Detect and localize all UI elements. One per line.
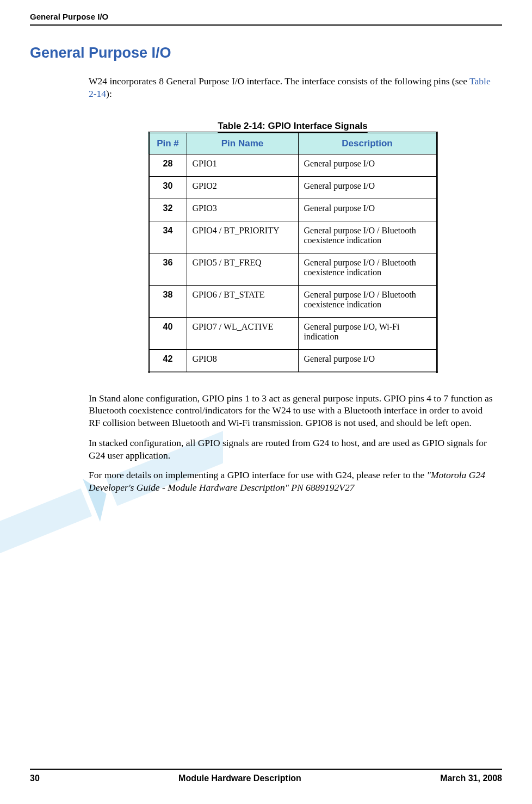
- intro-text-pre: W24 incorporates 8 General Purpose I/O i…: [89, 76, 469, 86]
- cell-desc: General purpose I/O / Bluetooth coexiste…: [298, 285, 437, 317]
- cell-name: GPIO3: [187, 199, 298, 221]
- cell-pin: 36: [149, 253, 187, 285]
- cell-pin: 42: [149, 349, 187, 372]
- body-paragraph-3: For more details on implementing a GPIO …: [89, 469, 497, 494]
- cell-desc: General purpose I/O, Wi-Fi indication: [298, 317, 437, 349]
- table-caption: Table 2-14: GPIO Interface Signals: [89, 121, 497, 132]
- cell-name: GPIO8: [187, 349, 298, 372]
- cell-name: GPIO1: [187, 154, 298, 176]
- page-footer: 30 Module Hardware Description March 31,…: [30, 769, 502, 783]
- body-paragraph-1: In Stand alone configuration, GPIO pins …: [89, 392, 497, 429]
- table-header-row: Pin # Pin Name Description: [149, 132, 437, 154]
- table-row: 34 GPIO4 / BT_PRIORITY General purpose I…: [149, 221, 437, 253]
- footer-date: March 31, 2008: [440, 774, 502, 783]
- footer-page-number: 30: [30, 774, 40, 783]
- para3-pre: For more details on implementing a GPIO …: [89, 469, 427, 480]
- cell-name: GPIO6 / BT_STATE: [187, 285, 298, 317]
- cell-pin: 28: [149, 154, 187, 176]
- col-header-desc: Description: [298, 132, 437, 154]
- footer-doc-title: Module Hardware Description: [178, 774, 301, 783]
- cell-name: GPIO5 / BT_FREQ: [187, 253, 298, 285]
- cell-name: GPIO4 / BT_PRIORITY: [187, 221, 298, 253]
- cell-name: GPIO2: [187, 176, 298, 199]
- col-header-name: Pin Name: [187, 132, 298, 154]
- cell-desc: General purpose I/O: [298, 199, 437, 221]
- table-row: 32 GPIO3 General purpose I/O: [149, 199, 437, 221]
- cell-desc: General purpose I/O / Bluetooth coexiste…: [298, 253, 437, 285]
- cell-pin: 34: [149, 221, 187, 253]
- cell-desc: General purpose I/O: [298, 154, 437, 176]
- svg-rect-0: [0, 488, 92, 561]
- gpio-table: Pin # Pin Name Description 28 GPIO1 Gene…: [148, 132, 438, 373]
- cell-desc: General purpose I/O: [298, 349, 437, 372]
- body-paragraph-2: In stacked configuration, all GPIO signa…: [89, 437, 497, 462]
- table-row: 28 GPIO1 General purpose I/O: [149, 154, 437, 176]
- cell-pin: 40: [149, 317, 187, 349]
- table-row: 40 GPIO7 / WL_ACTIVE General purpose I/O…: [149, 317, 437, 349]
- intro-paragraph: W24 incorporates 8 General Purpose I/O i…: [89, 75, 497, 100]
- section-heading: General Purpose I/O: [30, 45, 502, 61]
- cell-name: GPIO7 / WL_ACTIVE: [187, 317, 298, 349]
- cell-desc: General purpose I/O: [298, 176, 437, 199]
- cell-pin: 32: [149, 199, 187, 221]
- table-row: 42 GPIO8 General purpose I/O: [149, 349, 437, 372]
- cell-pin: 30: [149, 176, 187, 199]
- intro-text-post: ):: [106, 88, 112, 99]
- table-row: 30 GPIO2 General purpose I/O: [149, 176, 437, 199]
- col-header-pin: Pin #: [149, 132, 187, 154]
- cell-pin: 38: [149, 285, 187, 317]
- table-row: 38 GPIO6 / BT_STATE General purpose I/O …: [149, 285, 437, 317]
- table-row: 36 GPIO5 / BT_FREQ General purpose I/O /…: [149, 253, 437, 285]
- header-title: General Purpose I/O: [30, 12, 108, 21]
- cell-desc: General purpose I/O / Bluetooth coexiste…: [298, 221, 437, 253]
- page-header: General Purpose I/O: [30, 12, 502, 26]
